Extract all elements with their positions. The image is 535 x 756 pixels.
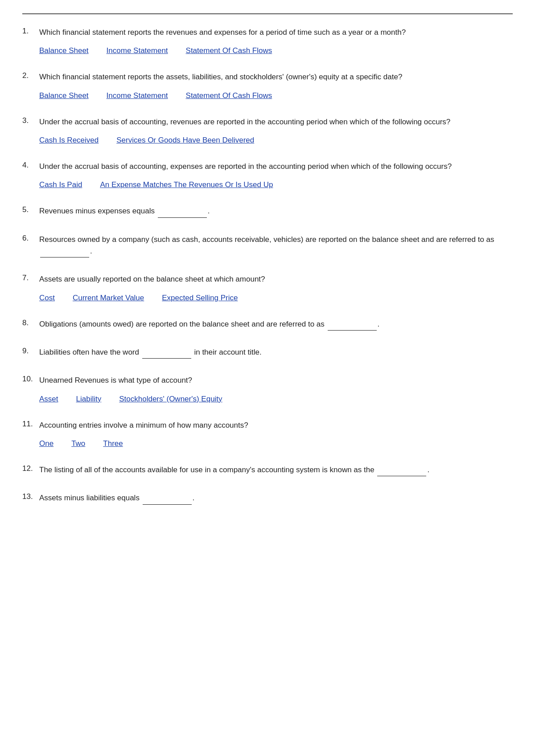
option-1-2[interactable]: Income Statement: [107, 46, 168, 55]
question-number-1: 1.: [22, 27, 35, 38]
options-row-2: Balance SheetIncome StatementStatement O…: [39, 91, 513, 100]
question-text-13: Assets minus liabilities equals .: [39, 492, 194, 504]
question-number-4: 4.: [22, 161, 35, 172]
blank-5: [158, 205, 207, 217]
options-row-3: Cash Is ReceivedServices Or Goods Have B…: [39, 136, 513, 145]
question-text-6: Resources owned by a company (such as ca…: [39, 234, 513, 258]
option-3-1[interactable]: Cash Is Received: [39, 136, 99, 145]
question-number-11: 11.: [22, 420, 35, 431]
question-row-3: 3.Under the accrual basis of accounting,…: [22, 116, 513, 128]
option-11-2[interactable]: Two: [71, 439, 85, 448]
option-11-1[interactable]: One: [39, 439, 54, 448]
question-block-9: 9.Liabilities often have the word in the…: [22, 347, 513, 359]
blank-6: [40, 245, 89, 257]
question-row-1: 1.Which financial statement reports the …: [22, 27, 513, 38]
question-row-11: 11.Accounting entries involve a minimum …: [22, 420, 513, 431]
question-text-2: Which financial statement reports the as…: [39, 71, 402, 83]
question-row-5: 5.Revenues minus expenses equals .: [22, 205, 513, 217]
question-number-5: 5.: [22, 205, 35, 217]
options-row-4: Cash Is PaidAn Expense Matches The Reven…: [39, 180, 513, 189]
question-text-5: Revenues minus expenses equals .: [39, 205, 210, 217]
question-block-10: 10.Unearned Revenues is what type of acc…: [22, 375, 513, 403]
blank-12: [377, 464, 426, 476]
options-row-7: CostCurrent Market ValueExpected Selling…: [39, 294, 513, 302]
question-row-12: 12.The listing of all of the accounts av…: [22, 464, 513, 476]
question-row-2: 2.Which financial statement reports the …: [22, 71, 513, 83]
question-text-7: Assets are usually reported on the balan…: [39, 274, 265, 285]
option-10-2[interactable]: Liability: [76, 395, 102, 404]
option-4-1[interactable]: Cash Is Paid: [39, 180, 82, 189]
question-number-8: 8.: [22, 319, 35, 331]
option-1-3[interactable]: Statement Of Cash Flows: [186, 46, 272, 55]
option-10-3[interactable]: Stockholders' (Owner's) Equity: [119, 395, 222, 404]
question-row-4: 4.Under the accrual basis of accounting,…: [22, 161, 513, 172]
question-text-8: Obligations (amounts owed) are reported …: [39, 319, 379, 331]
question-number-3: 3.: [22, 116, 35, 128]
option-10-1[interactable]: Asset: [39, 395, 58, 404]
question-block-8: 8.Obligations (amounts owed) are reporte…: [22, 319, 513, 331]
question-row-6: 6.Resources owned by a company (such as …: [22, 234, 513, 258]
option-2-3[interactable]: Statement Of Cash Flows: [186, 91, 272, 100]
question-text-12: The listing of all of the accounts avail…: [39, 464, 429, 476]
question-block-12: 12.The listing of all of the accounts av…: [22, 464, 513, 476]
option-11-3[interactable]: Three: [103, 439, 123, 448]
question-row-9: 9.Liabilities often have the word in the…: [22, 347, 513, 359]
question-number-6: 6.: [22, 234, 35, 258]
question-block-11: 11.Accounting entries involve a minimum …: [22, 420, 513, 448]
option-7-2[interactable]: Current Market Value: [73, 294, 144, 302]
question-block-1: 1.Which financial statement reports the …: [22, 27, 513, 55]
question-text-9: Liabilities often have the word in their…: [39, 347, 262, 359]
question-block-13: 13.Assets minus liabilities equals .: [22, 492, 513, 504]
question-text-3: Under the accrual basis of accounting, r…: [39, 116, 450, 128]
question-number-2: 2.: [22, 71, 35, 83]
option-1-1[interactable]: Balance Sheet: [39, 46, 89, 55]
question-block-3: 3.Under the accrual basis of accounting,…: [22, 116, 513, 145]
question-text-4: Under the accrual basis of accounting, e…: [39, 161, 452, 172]
question-block-4: 4.Under the accrual basis of accounting,…: [22, 161, 513, 189]
question-number-10: 10.: [22, 375, 35, 386]
blank-13: [143, 492, 192, 504]
question-row-13: 13.Assets minus liabilities equals .: [22, 492, 513, 504]
question-text-1: Which financial statement reports the re…: [39, 27, 406, 38]
question-row-10: 10.Unearned Revenues is what type of acc…: [22, 375, 513, 386]
question-row-8: 8.Obligations (amounts owed) are reporte…: [22, 319, 513, 331]
question-block-2: 2.Which financial statement reports the …: [22, 71, 513, 100]
options-row-10: AssetLiabilityStockholders' (Owner's) Eq…: [39, 395, 513, 404]
question-block-7: 7.Assets are usually reported on the bal…: [22, 274, 513, 302]
question-block-5: 5.Revenues minus expenses equals .: [22, 205, 513, 217]
options-row-11: OneTwoThree: [39, 439, 513, 448]
options-row-1: Balance SheetIncome StatementStatement O…: [39, 46, 513, 55]
option-3-2[interactable]: Services Or Goods Have Been Delivered: [116, 136, 254, 145]
option-4-2[interactable]: An Expense Matches The Revenues Or Is Us…: [100, 180, 273, 189]
question-number-7: 7.: [22, 274, 35, 285]
blank-9: [142, 347, 191, 359]
question-number-13: 13.: [22, 492, 35, 504]
top-border: [22, 13, 513, 14]
question-text-10: Unearned Revenues is what type of accoun…: [39, 375, 192, 386]
question-row-7: 7.Assets are usually reported on the bal…: [22, 274, 513, 285]
option-2-1[interactable]: Balance Sheet: [39, 91, 89, 100]
question-number-12: 12.: [22, 464, 35, 476]
question-block-6: 6.Resources owned by a company (such as …: [22, 234, 513, 258]
option-7-3[interactable]: Expected Selling Price: [162, 294, 238, 302]
option-7-1[interactable]: Cost: [39, 294, 55, 302]
blank-8: [328, 319, 377, 331]
option-2-2[interactable]: Income Statement: [107, 91, 168, 100]
question-text-11: Accounting entries involve a minimum of …: [39, 420, 248, 431]
question-number-9: 9.: [22, 347, 35, 359]
